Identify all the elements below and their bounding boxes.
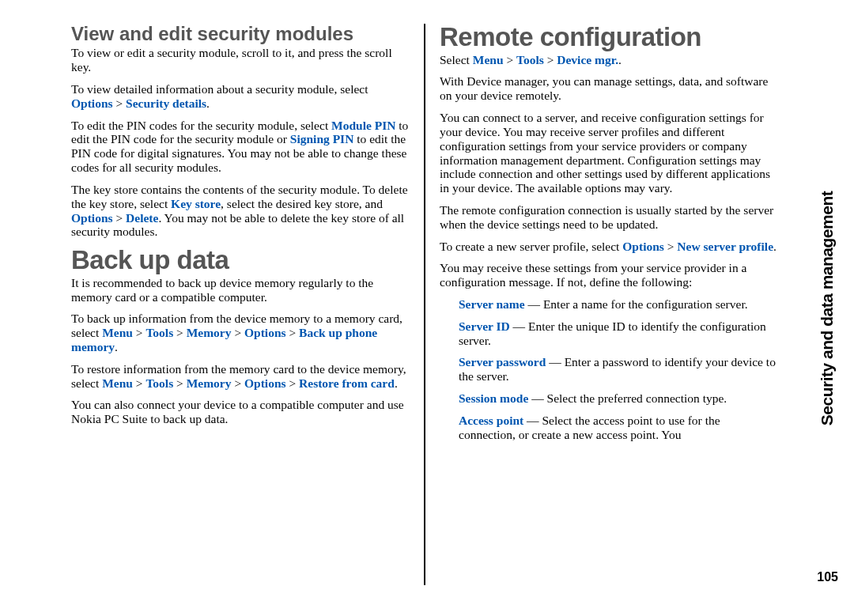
body-text: To view or edit a security module, scrol… xyxy=(71,46,410,74)
body-text: To create a new server profile, select O… xyxy=(440,240,778,254)
ui-tools: Tools xyxy=(145,326,173,339)
ui-restore-from-card: Restore from card xyxy=(299,376,395,390)
column-left: View and edit security modules To view o… xyxy=(71,24,419,585)
body-text: With Device manager, you can manage sett… xyxy=(440,74,778,103)
body-text: The remote configuration connection is u… xyxy=(440,203,778,232)
column-right: Remote configuration Select Menu > Tools… xyxy=(430,24,778,585)
ui-device-mgr: Device mgr. xyxy=(557,53,618,66)
ui-menu: Menu xyxy=(102,326,133,339)
term-server-name: Server name xyxy=(459,297,525,311)
two-column-layout: View and edit security modules To view o… xyxy=(71,24,791,585)
ui-menu: Menu xyxy=(473,53,504,66)
ui-signing-pin: Signing PIN xyxy=(290,132,354,145)
term-server-id: Server ID xyxy=(459,319,510,333)
page-number: 105 xyxy=(817,570,838,584)
term-access-point: Access point xyxy=(459,414,523,427)
ui-options: Options xyxy=(71,211,113,225)
ui-module-pin: Module PIN xyxy=(331,119,395,132)
body-text: You can also connect your device to a co… xyxy=(71,398,410,426)
heading-remote-configuration: Remote configuration xyxy=(440,24,778,51)
term-session-mode: Session mode xyxy=(459,391,528,405)
column-divider xyxy=(424,24,425,585)
def-server-password: Server password — Enter a password to id… xyxy=(459,355,778,384)
ui-path-security-details: Security details xyxy=(126,96,206,110)
body-text: To edit the PIN codes for the security m… xyxy=(71,119,410,175)
ui-options: Options xyxy=(244,326,286,339)
ui-memory: Memory xyxy=(187,326,232,339)
ui-memory: Memory xyxy=(187,376,232,390)
def-session-mode: Session mode — Select the preferred conn… xyxy=(459,391,778,406)
heading-back-up-data: Back up data xyxy=(71,247,410,274)
term-server-password: Server password xyxy=(459,355,546,368)
section-side-title: Security and data management xyxy=(818,191,837,425)
def-server-id: Server ID — Enter the unique ID to ident… xyxy=(459,319,778,348)
manual-page: Security and data management 105 View an… xyxy=(0,0,854,616)
heading-view-edit-security: View and edit security modules xyxy=(71,24,410,44)
body-text: Select Menu > Tools > Device mgr.. xyxy=(440,53,778,67)
body-text: It is recommended to back up device memo… xyxy=(71,276,410,304)
body-text: The key store contains the contents of t… xyxy=(71,183,410,239)
ui-tools: Tools xyxy=(145,376,173,390)
definition-list: Server name — Enter a name for the confi… xyxy=(440,297,778,442)
ui-key-store: Key store xyxy=(171,197,221,210)
ui-new-server-profile: New server profile xyxy=(677,240,773,253)
body-text: To view detailed information about a sec… xyxy=(71,82,410,111)
ui-path-options: Options xyxy=(71,96,113,110)
body-text: To back up information from the device m… xyxy=(71,312,410,353)
body-text: You can connect to a server, and receive… xyxy=(440,111,778,195)
def-access-point: Access point — Select the access point t… xyxy=(459,414,778,442)
body-text: To restore information from the memory c… xyxy=(71,362,410,391)
ui-options: Options xyxy=(622,240,664,253)
def-server-name: Server name — Enter a name for the confi… xyxy=(459,297,778,312)
ui-tools: Tools xyxy=(516,53,544,66)
ui-delete: Delete xyxy=(126,211,158,225)
ui-menu: Menu xyxy=(102,376,133,390)
body-text: You may receive these settings from your… xyxy=(440,261,778,289)
ui-options: Options xyxy=(244,376,286,390)
